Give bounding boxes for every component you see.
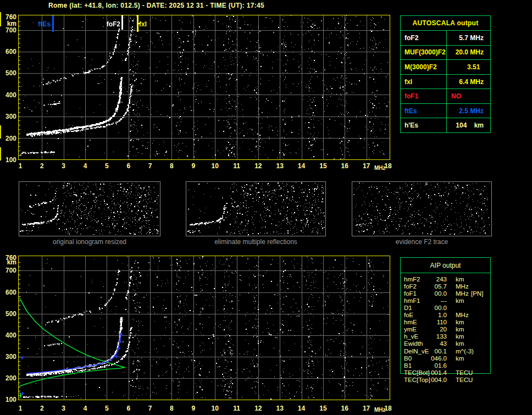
parameter-unit: km [456,355,464,362]
x-tick-label: 9 [187,163,199,169]
x-tick-label: 3 [58,163,70,169]
x-tick-label: 7 [144,405,156,412]
parameter-flag: [PN] [471,290,483,297]
parameter-unit: TECU [456,369,473,377]
parameter-label: foF2 [404,283,417,290]
x-tick-label: 3 [58,405,70,412]
y-tick-label: 300 [1,353,16,360]
parameter-value: 104 km [447,118,490,132]
x-tick-label: 6 [123,163,135,169]
table-row: hmF1---km [401,297,490,305]
x-tick-label: 10 [209,405,221,412]
x-tick-label: 10 [209,163,221,169]
x-tick-label: 4 [79,163,91,169]
parameter-value: 6.4 MHz [447,75,490,89]
parameter-label: foF2 [401,31,447,45]
x-tick-label: 5 [101,163,113,169]
parameter-value: 20 [425,326,447,333]
parameter-value: 2.5 MHz [447,104,490,118]
parameter-unit: MHz [456,283,469,290]
table-row: ymE20km [401,326,490,333]
parameter-value: 43 [425,340,447,347]
parameter-value: --- [425,297,447,305]
table-row: hmF2243km [401,276,490,283]
y-tick-label: 400 [1,332,16,339]
table-row: foF1NO [401,89,490,104]
aip-table-header: AIP output [401,262,490,269]
parameter-label: B0 [404,355,412,362]
parameter-unit: m^(-3) [456,348,474,355]
x-tick-label: 5 [101,405,113,412]
table-row: TEC[Top]004.0TECU [401,377,490,384]
autoscala-table-rows: foF25.7 MHzMUF(3000)F220.0 MHzM(3000)F23… [401,31,490,132]
parameter-unit: km [456,340,464,347]
x-tick-label: 18 [382,163,394,169]
parameter-value: 05.7 [425,283,447,290]
parameter-value: 3.51 [447,60,490,74]
parameter-value: 00.0 [425,305,447,312]
table-row: B0046.0km [401,355,490,362]
parameter-unit: km [456,333,464,340]
x-tick-label: 2 [36,163,48,169]
x-tick-label: 15 [317,405,329,412]
autoscala-output-table: AUTOSCALA output foF25.7 MHzMUF(3000)F22… [400,15,491,133]
table-row: TEC[Bot]001.4TECU [401,369,490,377]
parameter-label: ymE [404,326,417,333]
x-tick-label: 13 [274,405,286,412]
x-tick-label: 8 [165,405,178,412]
autoscala-table-header: AUTOSCALA output [401,16,490,31]
table-row: foF205.7MHz [401,283,490,290]
parameter-label: ftEs [401,104,447,118]
table-row: D100.0 [401,305,490,312]
parameter-unit: km [456,319,464,326]
parameter-unit: km [456,297,464,305]
bottom-ionogram-plot-with-profile [18,256,390,400]
x-tick-label: 15 [317,163,329,169]
aip-output-table: AIP output hmF2243kmfoF205.7MHzfoF100.0M… [400,257,491,374]
table-row: h_vE133km [401,333,490,340]
parameter-label: foE [404,312,413,319]
y-tick-label: 400 [1,92,16,98]
parameter-value: NO [447,89,490,103]
parameter-label: hmE [404,319,417,326]
parameter-unit: TECU [456,377,473,384]
parameter-value: 1.0 [425,312,447,319]
parameter-label: hmF2 [404,276,420,283]
aip-header-separator [401,273,490,273]
thumbnail-evidence-f2-trace [352,181,492,236]
y-tick-label: 200 [1,375,16,381]
x-tick-label: 14 [296,405,308,412]
y-tick-label: 760 [1,14,16,20]
parameter-value: 00.1 [425,348,447,355]
table-row: DelN_vE00.1m^(-3) [401,348,490,355]
x-tick-label: 11 [231,405,243,412]
x-tick-label: 17 [361,405,373,412]
table-row: B101.6 [401,362,490,369]
table-row: MUF(3000)F220.0 MHz [401,46,490,60]
parameter-label: MUF(3000)F2 [401,46,447,60]
x-tick-label: 13 [274,163,286,169]
parameter-unit: MHz [456,312,469,319]
x-tick-label: 4 [79,405,91,412]
x-tick-label: 18 [382,405,394,412]
parameter-value: 046.0 [425,355,447,362]
parameter-value: 133 [425,333,447,340]
parameter-unit: MHz [456,290,469,297]
parameter-value: 00.0 [425,290,447,297]
parameter-label: foF1 [404,290,417,297]
y-tick-label: 600 [1,48,16,55]
x-tick-label: 9 [187,405,199,412]
parameter-value: 20.0 MHz [447,46,490,60]
parameter-label: M(3000)F2 [401,60,447,74]
page-title: Rome (lat: +41.8, lon: 012.5) - DATE: 20… [48,2,264,9]
parameter-label: h_vE [404,333,418,340]
y-tick-label: 600 [1,289,16,296]
x-tick-label: 12 [252,163,264,169]
x-tick-label: 11 [231,163,243,169]
y-tick-label: 500 [1,311,16,317]
ftes-marker-label: ftEs [29,21,51,27]
table-row: ftEs2.5 MHz [401,104,490,119]
parameter-label: B1 [404,362,412,369]
fof2-marker-label: foF2 [98,21,120,27]
x-tick-label: 1 [14,405,26,412]
